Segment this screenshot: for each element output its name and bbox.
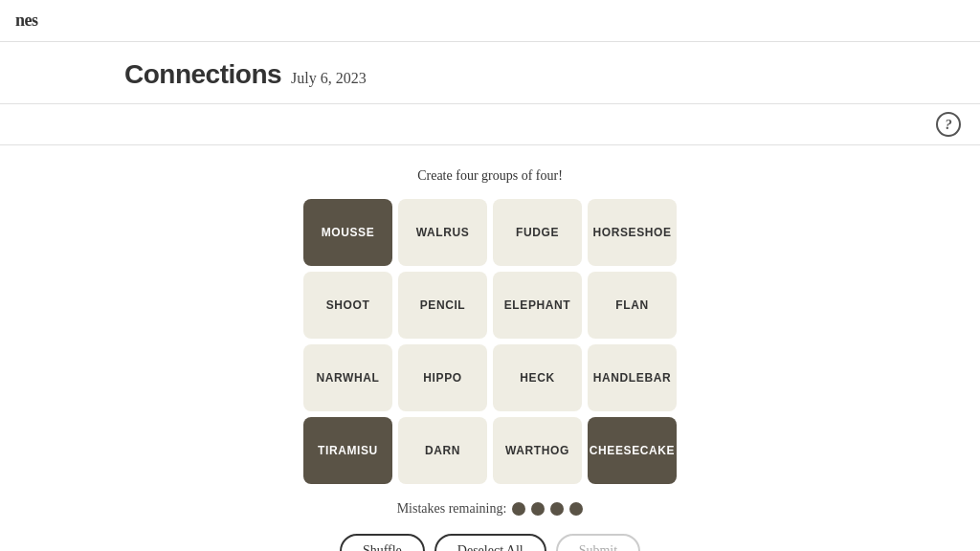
mistake-dot-4 bbox=[569, 502, 583, 516]
grid-cell-mousse[interactable]: MOUSSE bbox=[303, 199, 392, 266]
mistakes-row: Mistakes remaining: bbox=[397, 501, 584, 517]
grid-cell-darn[interactable]: DARN bbox=[398, 417, 487, 484]
instructions: Create four groups of four! bbox=[417, 168, 563, 184]
grid-cell-narwhal[interactable]: NARWHAL bbox=[303, 344, 392, 411]
grid-cell-flan[interactable]: FLAN bbox=[588, 272, 677, 339]
help-icon[interactable]: ? bbox=[936, 112, 961, 137]
grid-cell-hippo[interactable]: HIPPO bbox=[398, 344, 487, 411]
buttons-row: Shuffle Deselect All Submit bbox=[340, 534, 640, 551]
grid-cell-walrus[interactable]: WALRUS bbox=[398, 199, 487, 266]
grid-cell-warthog[interactable]: WARTHOG bbox=[493, 417, 582, 484]
title-row: Connections July 6, 2023 bbox=[0, 42, 980, 104]
top-bar: nes bbox=[0, 0, 980, 42]
grid-cell-heck[interactable]: HECK bbox=[493, 344, 582, 411]
site-logo: nes bbox=[15, 11, 38, 31]
game-area: Create four groups of four! MOUSSEWALRUS… bbox=[0, 145, 980, 551]
grid-cell-tiramisu[interactable]: TIRAMISU bbox=[303, 417, 392, 484]
grid-cell-pencil[interactable]: PENCIL bbox=[398, 272, 487, 339]
grid-cell-shoot[interactable]: SHOOT bbox=[303, 272, 392, 339]
mistake-dot-3 bbox=[550, 502, 564, 516]
shuffle-button[interactable]: Shuffle bbox=[340, 534, 425, 551]
submit-button[interactable]: Submit bbox=[556, 534, 640, 551]
grid-cell-elephant[interactable]: ELEPHANT bbox=[493, 272, 582, 339]
deselect-all-button[interactable]: Deselect All bbox=[434, 534, 546, 551]
grid-cell-fudge[interactable]: FUDGE bbox=[493, 199, 582, 266]
mistake-dot-2 bbox=[531, 502, 545, 516]
mistakes-label: Mistakes remaining: bbox=[397, 501, 507, 517]
game-date: July 6, 2023 bbox=[291, 70, 367, 87]
word-grid: MOUSSEWALRUSFUDGEHORSESHOESHOOTPENCILELE… bbox=[303, 199, 677, 484]
mistake-dot-1 bbox=[512, 502, 525, 516]
grid-cell-cheesecake[interactable]: CHEESECAKE bbox=[588, 417, 677, 484]
grid-cell-horseshoe[interactable]: HORSESHOE bbox=[588, 199, 677, 266]
grid-cell-handlebar[interactable]: HANDLEBAR bbox=[588, 344, 677, 411]
game-title: Connections bbox=[124, 59, 281, 90]
help-row: ? bbox=[0, 104, 980, 145]
